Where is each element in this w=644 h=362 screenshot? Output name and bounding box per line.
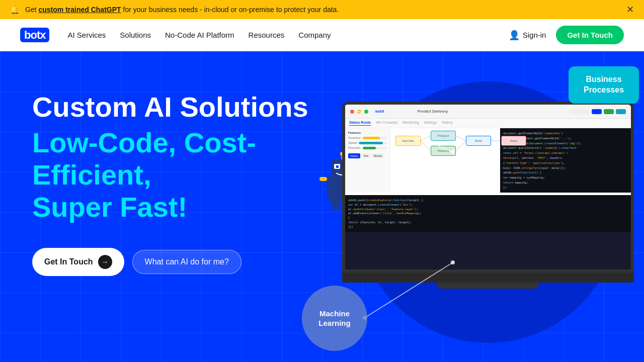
navigation: botx AI Services Solutions No-Code AI Pl… <box>0 19 644 51</box>
sign-in-label: Sign-in <box>523 31 546 39</box>
hero-get-in-touch-button[interactable]: Get In Touch → <box>32 248 124 276</box>
svg-line-21 <box>456 141 466 151</box>
nav-link-solutions[interactable]: Solutions <box>120 31 151 39</box>
nav-link-nocode[interactable]: No-Code AI Platform <box>165 31 234 39</box>
nav-left: botx AI Services Solutions No-Code AI Pl… <box>20 29 331 42</box>
svg-line-18 <box>421 136 431 141</box>
nav-links: AI Services Solutions No-Code AI Platfor… <box>67 31 331 39</box>
hero-visual: Business Processes MachineLearning <box>282 51 644 362</box>
action-buttons: Deploy Test Monitor <box>348 153 387 158</box>
feature-row-1: Accuracy <box>348 136 387 139</box>
laptop-bottom-code: adoDb.push({createFeatures:function(targ… <box>345 195 631 232</box>
feature-row-2: Speed <box>348 141 387 144</box>
sign-in-button[interactable]: 👤 Sign-in <box>509 30 546 41</box>
maximize-dot <box>364 110 368 114</box>
card-machine-label: MachineLearning <box>318 309 350 328</box>
feature-row-3: Precision <box>348 146 387 149</box>
bell-icon: 🔔 <box>10 5 20 15</box>
laptop-title-bar: botX Predict Delivery <box>345 105 631 119</box>
svg-rect-16 <box>332 201 340 210</box>
toolbar-buttons <box>570 109 626 114</box>
diagram-box-5: Output <box>501 136 526 146</box>
hero-title-teal: Low-Code, Cost-Efficient,Super Fast! <box>32 127 324 224</box>
laptop-stand <box>438 283 538 289</box>
laptop-mockup: botX Predict Delivery Status Route API R… <box>342 102 634 289</box>
svg-rect-10 <box>336 165 339 168</box>
card-business-label: Business Processes <box>584 75 624 94</box>
app-logo: botX <box>375 109 384 114</box>
hero-what-can-button[interactable]: What can AI do for me? <box>132 250 242 274</box>
diagram-box-1: Input Data <box>395 136 421 146</box>
diagram-box-4: Model <box>466 136 491 146</box>
hero-buttons: Get In Touch → What can AI do for me? <box>32 248 324 276</box>
banner-link[interactable]: custom trained ChatGPT <box>38 6 121 14</box>
laptop-main-area: Features Accuracy Speed Precision <box>345 128 631 193</box>
svg-line-19 <box>421 141 431 151</box>
card-machine-learning: MachineLearning <box>302 286 367 351</box>
diagram-box-3: Process B <box>431 146 456 156</box>
app-title: Predict Delivery <box>418 109 448 114</box>
nav-link-company[interactable]: Company <box>298 31 331 39</box>
card-business-processes: Business Processes <box>569 66 639 104</box>
user-icon: 👤 <box>509 30 520 41</box>
banner-text-after: for your business needs - in-cloud or on… <box>121 6 339 14</box>
banner-text: Get custom trained ChatGPT for your busi… <box>25 6 339 14</box>
laptop-base <box>342 273 634 283</box>
close-dot <box>350 110 354 114</box>
laptop-app-ui: botX Predict Delivery Status Route API R… <box>345 105 631 195</box>
banner-close-button[interactable]: ✕ <box>626 4 634 15</box>
banner-content: 🔔 Get custom trained ChatGPT for your bu… <box>10 5 339 15</box>
diagram-box-2: Process A <box>431 131 456 141</box>
hero-section: Custom AI Solutions Low-Code, Cost-Effic… <box>0 51 644 362</box>
arrow-icon: → <box>98 255 112 269</box>
minimize-dot <box>357 110 361 114</box>
hero-title-white: Custom AI Solutions <box>32 92 324 123</box>
laptop-nav-tabs: Status Route API Requests Monitoring Set… <box>345 119 631 128</box>
nav-right: 👤 Sign-in Get In Touch <box>509 26 624 44</box>
banner-text-before: Get <box>25 6 38 14</box>
logo[interactable]: botx <box>20 29 49 42</box>
laptop-controls-panel: Features Accuracy Speed Precision <box>345 128 390 193</box>
hero-content: Custom AI Solutions Low-Code, Cost-Effic… <box>32 81 324 276</box>
announcement-banner: 🔔 Get custom trained ChatGPT for your bu… <box>0 0 644 19</box>
nav-link-ai-services[interactable]: AI Services <box>67 31 106 39</box>
nav-link-resources[interactable]: Resources <box>249 31 285 39</box>
get-in-touch-nav-button[interactable]: Get In Touch <box>556 26 624 44</box>
laptop-diagram: Input Data Process A Process B Model Out… <box>390 128 500 193</box>
laptop-screen: botX Predict Delivery Status Route API R… <box>342 102 634 273</box>
hero-get-in-touch-label: Get In Touch <box>44 257 93 266</box>
svg-line-20 <box>456 136 466 141</box>
